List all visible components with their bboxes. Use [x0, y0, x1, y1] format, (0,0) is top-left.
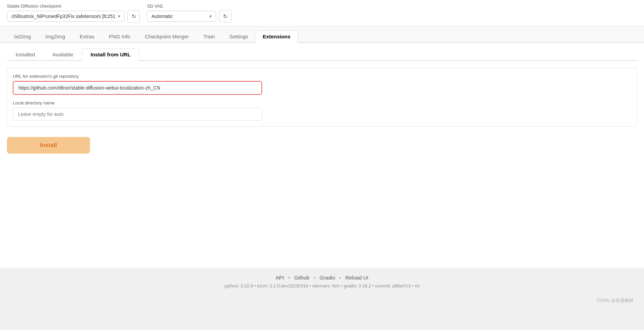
watermark: CSDN @吞谢枫林: [0, 297, 644, 304]
subtab-available[interactable]: Available: [44, 48, 82, 61]
url-field-label: URL for extension's git repository: [13, 74, 631, 79]
footer-dot-2: •: [314, 275, 315, 281]
footer-github-link[interactable]: Github: [294, 275, 309, 281]
vae-group: SD VAE Automatic ▾ ↻: [147, 3, 231, 22]
vae-row: Automatic ▾ ↻: [147, 10, 231, 22]
subtab-installed[interactable]: Installed: [7, 48, 44, 61]
checkpoint-dropdown[interactable]: chilloutmix_NiPrunedFp32Fix.safetensors …: [7, 11, 125, 22]
tab-train[interactable]: Train: [196, 30, 222, 43]
content-area: Installed Available Install from URL URL…: [0, 43, 644, 268]
vae-chevron-icon: ▾: [209, 14, 212, 19]
tab-extras[interactable]: Extras: [72, 30, 102, 43]
checkpoint-value: chilloutmix_NiPrunedFp32Fix.safetensors …: [11, 13, 115, 19]
checkpoint-row: chilloutmix_NiPrunedFp32Fix.safetensors …: [7, 10, 140, 22]
tab-settings[interactable]: Settings: [222, 30, 256, 43]
dir-field-label: Local directory name: [13, 100, 631, 106]
checkpoint-refresh-icon: ↻: [132, 13, 136, 20]
vae-dropdown[interactable]: Automatic ▾: [147, 11, 216, 22]
footer: API • Github • Gradio • Reload UI python…: [0, 268, 644, 295]
install-button[interactable]: Install: [7, 137, 90, 154]
main-tabs: txt2img img2img Extras PNG Info Checkpoi…: [0, 26, 644, 43]
tab-txt2img[interactable]: txt2img: [7, 30, 38, 43]
dir-name-input[interactable]: [13, 108, 262, 121]
checkpoint-group: Stable Diffusion checkpoint chilloutmix_…: [7, 3, 140, 22]
footer-gradio-link[interactable]: Gradio: [320, 275, 335, 281]
footer-dot-3: •: [339, 275, 341, 281]
footer-reload-link[interactable]: Reload UI: [345, 275, 368, 281]
vae-refresh-icon: ↻: [223, 13, 227, 20]
vae-refresh-button[interactable]: ↻: [219, 10, 231, 22]
footer-info: python: 3.10.9 • torch: 2.1.0.dev2023031…: [7, 283, 637, 288]
top-bar: Stable Diffusion checkpoint chilloutmix_…: [0, 0, 644, 26]
vae-label: SD VAE: [147, 3, 231, 9]
footer-dot-1: •: [288, 275, 290, 281]
vae-value: Automatic: [151, 13, 173, 19]
checkpoint-chevron-icon: ▾: [118, 14, 120, 19]
checkpoint-label: Stable Diffusion checkpoint: [7, 3, 140, 9]
footer-links: API • Github • Gradio • Reload UI: [7, 275, 637, 281]
sub-tabs: Installed Available Install from URL: [7, 48, 637, 61]
footer-api-link[interactable]: API: [276, 275, 284, 281]
tab-extensions[interactable]: Extensions: [256, 30, 298, 43]
install-form: URL for extension's git repository Local…: [7, 68, 637, 127]
tab-png-info[interactable]: PNG Info: [102, 30, 138, 43]
checkpoint-refresh-button[interactable]: ↻: [127, 10, 140, 22]
tab-checkpoint-merger[interactable]: Checkpoint Merger: [137, 30, 196, 43]
tab-img2img[interactable]: img2img: [38, 30, 72, 43]
url-input[interactable]: [13, 81, 262, 95]
subtab-install-from-url[interactable]: Install from URL: [82, 48, 139, 61]
